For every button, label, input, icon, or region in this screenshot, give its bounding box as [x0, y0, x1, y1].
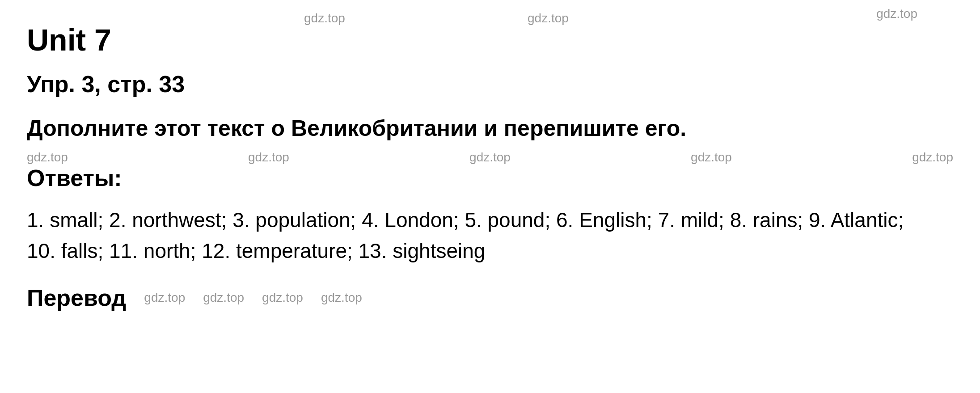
- perevod-watermark-2: gdz.top: [203, 291, 244, 305]
- unit-title: Unit 7: [27, 22, 953, 57]
- perevod-row: Перевод gdz.top gdz.top gdz.top gdz.top: [27, 284, 953, 311]
- watermark-row-2: gdz.top: [248, 150, 289, 165]
- page: gdz.top gdz.top gdz.top Unit 7 Упр. 3, с…: [0, 0, 980, 393]
- exercise-title: Упр. 3, стр. 33: [27, 71, 953, 97]
- watermark-row-1: gdz.top: [27, 150, 68, 165]
- perevod-label: Перевод: [27, 284, 126, 311]
- answers-label: Ответы:: [27, 165, 953, 191]
- watermark-row-3: gdz.top: [469, 150, 511, 165]
- watermark-row-4: gdz.top: [691, 150, 732, 165]
- watermark-top-1: gdz.top: [304, 11, 345, 25]
- watermark-top-3: gdz.top: [876, 7, 917, 21]
- perevod-watermark-1: gdz.top: [144, 291, 185, 305]
- watermark-row-5: gdz.top: [912, 150, 953, 165]
- perevod-watermark-3: gdz.top: [262, 291, 303, 305]
- answers-text: 1. small; 2. northwest; 3. population; 4…: [27, 205, 921, 266]
- watermark-top-2: gdz.top: [528, 11, 569, 25]
- task-instruction: Дополните этот текст о Великобритании и …: [27, 115, 953, 141]
- perevod-watermark-4: gdz.top: [321, 291, 362, 305]
